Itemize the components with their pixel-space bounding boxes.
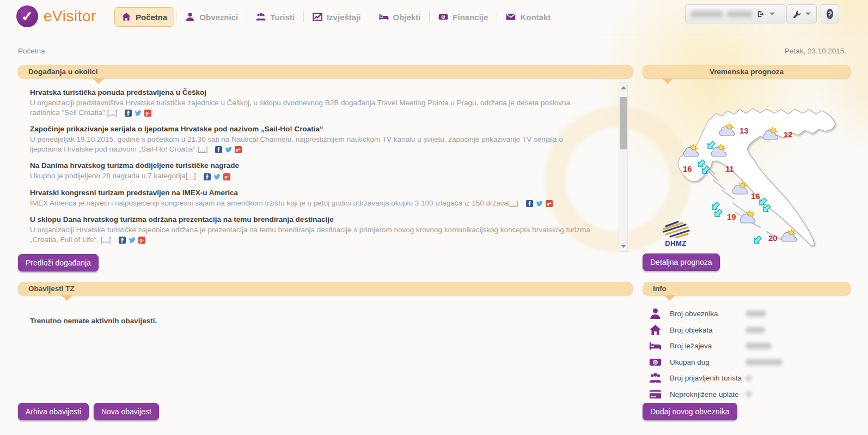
mail-icon bbox=[506, 12, 516, 22]
list-item: U sklopu Dana hrvatskog turizma održana … bbox=[30, 215, 591, 244]
twitter-icon[interactable] bbox=[536, 200, 543, 207]
notices-buttons: Arhiva obavijesti Nova obavijest bbox=[18, 403, 159, 420]
facebook-icon[interactable] bbox=[215, 146, 222, 153]
weather-panel-header: Vremenska prognoza bbox=[643, 65, 851, 78]
read-more-link[interactable]: [...] bbox=[107, 108, 118, 117]
googleplus-icon[interactable] bbox=[138, 237, 145, 244]
twitter-icon[interactable] bbox=[213, 173, 221, 180]
nav-divider bbox=[176, 11, 176, 22]
stat-label: Neproknjižene uplate bbox=[670, 390, 742, 398]
chevron-down-icon bbox=[805, 13, 811, 15]
wind-arrow-icon bbox=[754, 236, 761, 243]
temperature: 12 bbox=[784, 130, 793, 139]
news-title[interactable]: Hrvatski kongresni turizam predstavljen … bbox=[30, 188, 591, 197]
archive-notices-button[interactable]: Arhiva obavijesti bbox=[18, 403, 89, 420]
user-menu-button[interactable] bbox=[685, 4, 785, 23]
twitter-icon[interactable] bbox=[225, 146, 232, 153]
twitter-icon[interactable] bbox=[135, 110, 142, 117]
stat-label: Ukupan dug bbox=[670, 358, 742, 366]
nav-divider bbox=[429, 11, 430, 22]
new-notice-button[interactable]: Nova obavijest bbox=[94, 403, 159, 420]
suncloud-icon bbox=[732, 182, 747, 194]
facebook-icon[interactable] bbox=[526, 200, 533, 207]
read-more-link[interactable]: [...] bbox=[186, 172, 196, 180]
twitter-icon[interactable] bbox=[129, 237, 136, 244]
events-panel: Događanja u okolici Hrvatska turistička … bbox=[18, 65, 633, 272]
tab-pocetna[interactable]: Početna bbox=[114, 7, 174, 27]
chevron-down-icon bbox=[769, 13, 775, 15]
scrollbar-thumb[interactable] bbox=[620, 97, 627, 149]
detailed-forecast-button[interactable]: Detaljna prognoza bbox=[643, 253, 720, 271]
nav-divider bbox=[303, 11, 304, 22]
suncloud-icon bbox=[683, 144, 698, 156]
wind-arrow-icon bbox=[715, 209, 722, 216]
panel-pointer bbox=[664, 295, 675, 301]
news-title[interactable]: Započinje prikazivanje serijala o ljepot… bbox=[30, 124, 591, 134]
suggest-events-button[interactable]: Predloži događanja bbox=[18, 254, 99, 271]
temperature: 20 bbox=[768, 233, 778, 243]
stat-label: Broj objekata bbox=[670, 326, 742, 334]
evisitor-logo-icon: ✓ bbox=[16, 5, 38, 27]
help-icon: ? bbox=[827, 9, 833, 19]
googleplus-icon[interactable] bbox=[235, 146, 242, 153]
wrench-icon bbox=[792, 10, 801, 19]
events-scrollbar[interactable] bbox=[619, 82, 628, 252]
temperature: 19 bbox=[727, 212, 736, 221]
stat-label: Broj obveznika bbox=[670, 310, 742, 318]
facebook-icon[interactable] bbox=[204, 173, 211, 180]
main-nav: Početna Obveznici Turisti Izvještaji Obj… bbox=[114, 0, 558, 34]
facebook-icon[interactable] bbox=[125, 110, 132, 117]
stat-row-turisti: Broj prijavljenih turista bbox=[649, 370, 851, 386]
googleplus-icon[interactable] bbox=[144, 110, 151, 117]
person-icon bbox=[649, 307, 662, 320]
suncloud-icon bbox=[740, 210, 755, 223]
news-body: U ponedjeljak 19.10.2015. godine s počet… bbox=[30, 135, 563, 153]
tab-turisti[interactable]: Turisti bbox=[249, 7, 302, 27]
stat-row-obveznici: Broj obveznika bbox=[649, 306, 851, 322]
logout-icon bbox=[756, 10, 765, 19]
tab-objekti[interactable]: Objekti bbox=[372, 7, 428, 27]
facebook-icon[interactable] bbox=[119, 237, 126, 244]
tab-financije[interactable]: Financije bbox=[431, 7, 495, 27]
wind-arrow-icon bbox=[712, 202, 719, 209]
events-list: Hrvatska turistička ponuda predstavljena… bbox=[30, 88, 591, 251]
news-title[interactable]: U sklopu Dana hrvatskog turizma održana … bbox=[30, 215, 591, 224]
info-panel: Info Broj obveznika Broj objekata Broj l… bbox=[643, 282, 851, 421]
stat-label: Broj prijavljenih turista bbox=[670, 374, 742, 382]
weather-panel: Vremenska prognoza bbox=[643, 65, 851, 270]
news-title[interactable]: Na Danima hrvatskog turizma dodijeljene … bbox=[30, 161, 591, 170]
list-item: Započinje prikazivanje serijala o ljepot… bbox=[30, 124, 591, 154]
evisitor-logo[interactable]: ✓ eVisitor bbox=[16, 5, 96, 27]
money-icon bbox=[438, 12, 448, 22]
news-title[interactable]: Hrvatska turistička ponuda predstavljena… bbox=[30, 88, 591, 97]
list-item: Hrvatska turistička ponuda predstavljena… bbox=[30, 88, 591, 117]
read-more-link[interactable]: [...] bbox=[198, 145, 208, 153]
home-icon bbox=[121, 12, 131, 22]
redacted-username bbox=[727, 11, 752, 17]
googleplus-icon[interactable] bbox=[223, 173, 230, 180]
breadcrumb[interactable]: Početna bbox=[18, 47, 45, 55]
group-icon bbox=[256, 12, 266, 22]
notices-panel: Obavijesti TZ Trenutno nemate aktivnih o… bbox=[18, 282, 633, 421]
tab-kontakt[interactable]: Kontakt bbox=[499, 7, 558, 27]
temperature: 11 bbox=[725, 164, 734, 173]
info-stats: Broj obveznika Broj objekata Broj ležaje… bbox=[649, 306, 851, 402]
read-more-link[interactable]: [...] bbox=[101, 235, 111, 244]
tab-obveznici[interactable]: Obveznici bbox=[178, 7, 245, 27]
add-obligor-button[interactable]: Dodaj novog obveznika bbox=[643, 403, 737, 420]
dhmz-logo-stripes bbox=[661, 220, 691, 238]
chart-icon bbox=[313, 12, 322, 22]
tools-menu-button[interactable] bbox=[786, 4, 817, 23]
person-icon bbox=[185, 12, 195, 22]
events-panel-title: Događanja u okolici bbox=[28, 68, 98, 76]
stat-row-dug: Ukupan dug bbox=[649, 354, 851, 371]
help-button[interactable]: ? bbox=[821, 4, 839, 23]
redacted-stat-value bbox=[746, 343, 771, 349]
tab-izvjestaji[interactable]: Izvještaji bbox=[305, 7, 368, 27]
scroll-down-arrow[interactable] bbox=[621, 245, 626, 248]
read-more-link[interactable]: [...] bbox=[508, 199, 518, 207]
scroll-up-arrow[interactable] bbox=[621, 86, 626, 89]
bed-icon bbox=[379, 12, 389, 22]
googleplus-icon[interactable] bbox=[546, 200, 553, 207]
news-body: IMEX America je najveći i najposjećeniji… bbox=[30, 199, 508, 207]
